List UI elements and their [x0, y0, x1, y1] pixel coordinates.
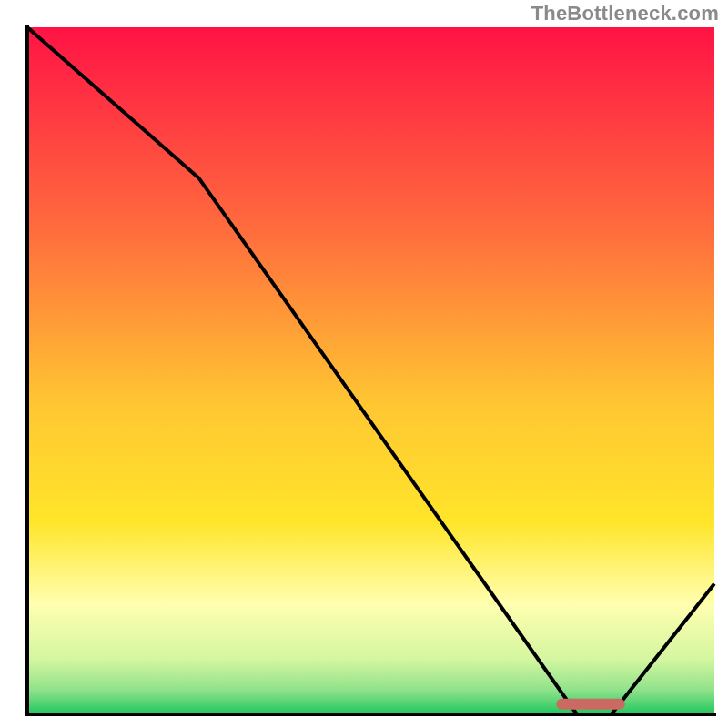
watermark-text: TheBottleneck.com — [531, 2, 719, 25]
optimum-range-marker — [556, 699, 625, 710]
bottleneck-chart — [0, 0, 728, 728]
chart-container: TheBottleneck.com — [0, 0, 728, 728]
plot-background — [27, 27, 714, 714]
